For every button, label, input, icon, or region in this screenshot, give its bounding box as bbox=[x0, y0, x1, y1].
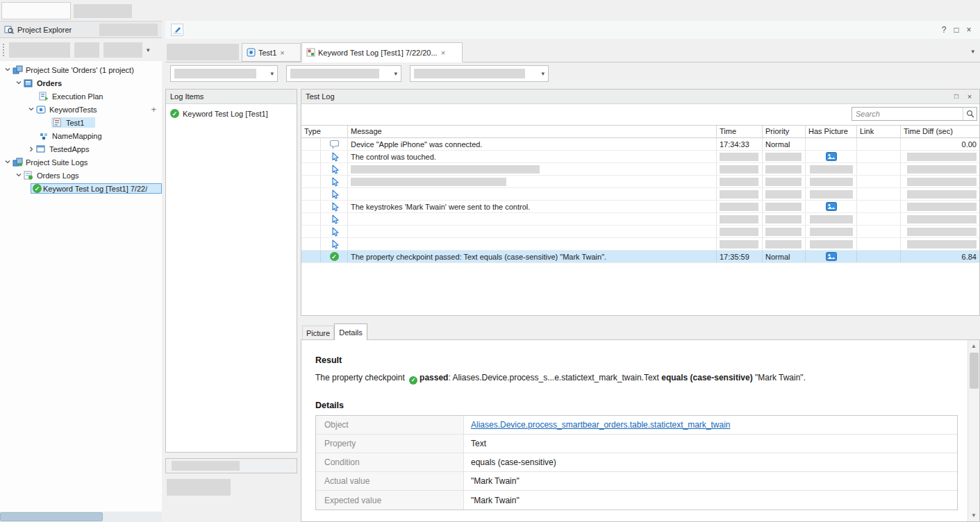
detail-row-object: Object Aliases.Device.process_smartbear_… bbox=[316, 416, 957, 435]
toolbar-caret-icon[interactable]: ▾ bbox=[147, 47, 150, 53]
tree-item-project-suite-logs[interactable]: Project Suite Logs bbox=[0, 155, 162, 169]
column-header-time-diff[interactable]: Time Diff (sec) bbox=[901, 126, 979, 137]
close-tab-icon[interactable]: × bbox=[279, 49, 285, 57]
testcomplete-window: { "glyphs": { "caret_down": "▾", "close"… bbox=[0, 0, 980, 522]
chevron-down-icon[interactable] bbox=[3, 160, 13, 164]
app-tab-inactive[interactable] bbox=[74, 4, 132, 18]
tab-test1[interactable]: Test1 × bbox=[242, 43, 301, 62]
app-tab-active[interactable] bbox=[1, 2, 71, 19]
tab-keyword-test-log[interactable]: Keyword Test Log [Test1] 7/22/20... × bbox=[301, 42, 463, 62]
keyword-test-tab-icon bbox=[247, 48, 256, 57]
balloon-icon bbox=[329, 140, 340, 149]
test-icon bbox=[53, 118, 65, 127]
tree-item-project-suite-orders[interactable]: Project Suite 'Orders' (1 project) bbox=[0, 63, 162, 76]
column-header-time[interactable]: Time bbox=[717, 126, 763, 137]
test-log-table: Type Message Time Priority Has Picture L… bbox=[301, 125, 979, 263]
panel-close-button[interactable]: × bbox=[964, 92, 975, 101]
chevron-down-icon[interactable] bbox=[3, 68, 13, 71]
edit-icon[interactable] bbox=[171, 24, 183, 36]
details-vscrollbar[interactable]: ▲ ▼ bbox=[967, 340, 979, 521]
chevron-down-icon[interactable] bbox=[14, 81, 24, 85]
aux-panel bbox=[165, 458, 297, 522]
log-row-touch[interactable] bbox=[301, 213, 979, 226]
filter-combo-3[interactable]: ▾ bbox=[410, 65, 549, 82]
log-row-message[interactable]: Device "Apple iPhone" was connected. 17:… bbox=[301, 138, 979, 151]
panel-maximize-button[interactable]: □ bbox=[951, 92, 962, 101]
toolbar-redacted-2[interactable] bbox=[74, 42, 99, 58]
log-row-touch[interactable] bbox=[301, 238, 979, 251]
close-button[interactable]: × bbox=[963, 25, 974, 35]
tree-item-namemapping[interactable]: NameMapping bbox=[0, 129, 162, 142]
log-filter-toolbar: ▾ ▾ ▾ bbox=[165, 62, 980, 86]
log-row-touch[interactable] bbox=[301, 163, 979, 176]
picture-icon[interactable] bbox=[826, 202, 837, 211]
search-input[interactable] bbox=[852, 110, 963, 118]
tree-item-execution-plan[interactable]: Execution Plan bbox=[0, 90, 162, 103]
log-check-icon: ✓ bbox=[170, 109, 179, 118]
toolbar-redacted-1[interactable] bbox=[9, 42, 70, 58]
tab-list-caret-icon[interactable]: ▾ bbox=[971, 49, 974, 55]
touch-icon bbox=[330, 152, 339, 162]
filter-combo-1[interactable]: ▾ bbox=[170, 65, 278, 82]
column-header-message[interactable]: Message bbox=[348, 126, 717, 137]
tree-selection-highlight: Test1 bbox=[51, 117, 95, 128]
search-icon[interactable] bbox=[963, 108, 977, 120]
log-row-keystrokes[interactable]: The keystrokes 'Mark Twain' were sent to… bbox=[301, 201, 979, 213]
column-header-has-picture[interactable]: Has Picture bbox=[806, 126, 857, 137]
passed-check-icon: ✓ bbox=[409, 376, 417, 385]
touch-icon bbox=[330, 190, 339, 199]
project-explorer-header: Project Explorer bbox=[0, 21, 162, 38]
log-row-touch[interactable] bbox=[301, 188, 979, 201]
test-log-header: Test Log □ × bbox=[301, 90, 979, 104]
tree-item-orders[interactable]: Orders bbox=[0, 76, 162, 90]
column-header-priority[interactable]: Priority bbox=[763, 126, 806, 137]
log-items-panel: Log Items ✓ Keyword Test Log [Test1] bbox=[165, 89, 297, 453]
scroll-down-icon[interactable]: ▼ bbox=[968, 510, 979, 521]
tab-picture[interactable]: Picture bbox=[302, 326, 334, 340]
object-link[interactable]: Aliases.Device.process_smartbear_orders.… bbox=[471, 420, 731, 430]
picture-icon[interactable] bbox=[826, 252, 837, 261]
log-item[interactable]: ✓ Keyword Test Log [Test1] bbox=[170, 109, 292, 118]
touch-icon bbox=[330, 165, 339, 174]
touch-icon bbox=[330, 239, 339, 249]
explorer-toolbar: ▾ bbox=[0, 39, 162, 61]
chevron-down-icon[interactable] bbox=[26, 108, 36, 111]
tree-item-test1[interactable]: Test1 bbox=[0, 116, 162, 129]
scroll-up-icon[interactable]: ▲ bbox=[968, 340, 979, 352]
aux-panel-header-redacted bbox=[172, 461, 240, 471]
log-check-icon: ✓ bbox=[33, 184, 42, 193]
tree-item-testedapps[interactable]: TestedApps bbox=[0, 142, 162, 155]
filter-combo-2[interactable]: ▾ bbox=[286, 65, 401, 82]
chevron-right-icon[interactable] bbox=[26, 146, 36, 152]
tested-apps-icon bbox=[36, 144, 48, 153]
picture-icon[interactable] bbox=[826, 152, 837, 161]
tree-item-keywordtests[interactable]: KeywordTests + bbox=[0, 103, 162, 116]
column-header-link[interactable]: Link bbox=[857, 126, 901, 137]
toolbar-redacted-3[interactable] bbox=[103, 42, 142, 58]
help-button[interactable]: ? bbox=[938, 25, 949, 35]
tab-details[interactable]: Details bbox=[334, 323, 367, 340]
detail-row-condition: Condition equals (case-sensitive) bbox=[316, 453, 957, 472]
hscroll-thumb[interactable] bbox=[0, 512, 103, 521]
explorer-hscrollbar[interactable] bbox=[0, 512, 162, 522]
doc-tab-redacted[interactable] bbox=[167, 44, 239, 60]
vscroll-thumb[interactable] bbox=[970, 353, 979, 389]
tree-item-keyword-test-log[interactable]: ✓ Keyword Test Log [Test1] 7/22/ bbox=[0, 182, 162, 195]
chevron-down-icon[interactable] bbox=[14, 174, 24, 177]
keyword-tests-icon bbox=[36, 105, 48, 114]
result-heading: Result bbox=[315, 355, 342, 365]
project-explorer-tree: Project Suite 'Orders' (1 project) Order… bbox=[0, 61, 162, 512]
log-row-checkpoint-selected[interactable]: ✓ The property checkpoint passed: Text e… bbox=[301, 251, 979, 263]
log-row-touch[interactable] bbox=[301, 176, 979, 188]
log-row-touch[interactable] bbox=[301, 226, 979, 238]
aux-panel-redacted-row bbox=[167, 479, 231, 496]
detail-row-actual-value: Actual value "Mark Twain" bbox=[316, 472, 957, 491]
close-tab-icon[interactable]: × bbox=[440, 49, 446, 57]
project-explorer-title: Project Explorer bbox=[17, 26, 72, 34]
combo-caret-icon: ▾ bbox=[270, 71, 274, 77]
add-keyword-test-button[interactable]: + bbox=[151, 104, 156, 115]
maximize-button[interactable]: □ bbox=[951, 25, 962, 35]
log-row-touch[interactable]: The control was touched. bbox=[301, 151, 979, 163]
column-header-type[interactable]: Type bbox=[301, 126, 348, 137]
tree-item-orders-logs[interactable]: Orders Logs bbox=[0, 169, 162, 182]
